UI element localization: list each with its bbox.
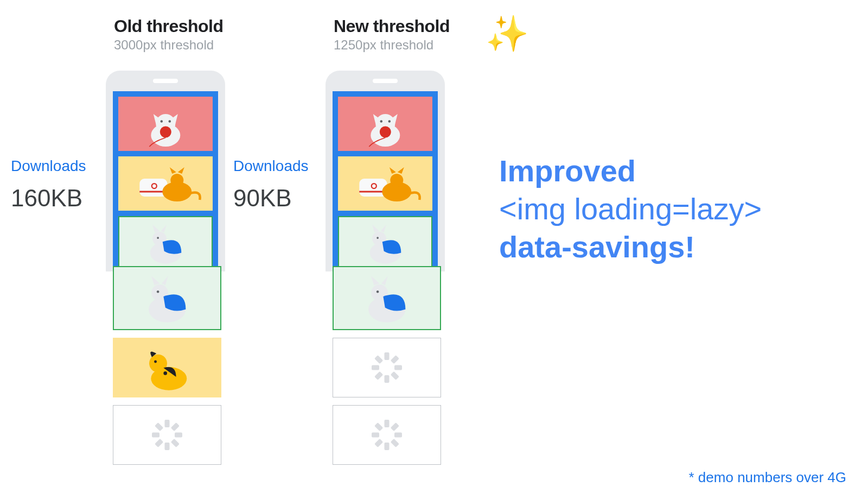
cat-cape-image xyxy=(118,216,213,270)
new-threshold-title: New threshold xyxy=(334,16,450,36)
svg-point-15 xyxy=(388,120,391,123)
old-phone xyxy=(106,71,225,271)
old-phone-screen xyxy=(113,91,218,271)
phone-speaker-icon xyxy=(373,79,398,83)
phone-speaker-icon xyxy=(153,79,178,83)
new-phone xyxy=(326,71,445,271)
old-threshold-subtitle: 3000px threshold xyxy=(114,37,224,53)
old-threshold-heading: Old threshold 3000px threshold xyxy=(114,16,224,53)
dog-image xyxy=(113,338,221,397)
svg-point-20 xyxy=(390,174,403,187)
old-threshold-title: Old threshold xyxy=(114,16,224,36)
new-below-fold xyxy=(333,266,441,472)
new-threshold-subtitle: 1250px threshold xyxy=(334,37,450,53)
new-downloads-label: Downloads xyxy=(233,157,309,175)
cat-yarn-image xyxy=(338,97,432,151)
loading-placeholder xyxy=(333,338,441,397)
headline-line1: Improved xyxy=(499,152,852,190)
cat-shoe-image xyxy=(338,156,432,211)
svg-point-8 xyxy=(170,174,183,187)
svg-point-14 xyxy=(380,120,382,123)
cat-cape-image xyxy=(338,216,432,270)
loading-placeholder xyxy=(333,405,441,465)
svg-point-11 xyxy=(157,237,159,239)
new-phone-screen xyxy=(333,91,438,271)
old-downloads-value: 160KB xyxy=(11,185,86,212)
sparkles-icon: ✨ xyxy=(486,16,529,51)
loading-placeholder xyxy=(113,405,221,465)
cat-yarn-image xyxy=(118,97,213,151)
old-downloads-label: Downloads xyxy=(11,157,86,175)
cat-cape-image-below xyxy=(113,266,221,330)
cat-cape-image-below xyxy=(333,266,441,330)
headline-line2: <img loading=lazy> xyxy=(499,190,852,228)
svg-point-4 xyxy=(160,127,171,138)
old-below-fold xyxy=(113,266,221,472)
old-downloads: Downloads 160KB xyxy=(11,157,86,212)
svg-point-2 xyxy=(160,120,163,123)
cat-shoe-image xyxy=(118,156,213,211)
headline-line3: data-savings! xyxy=(499,228,852,266)
svg-point-28 xyxy=(149,354,167,372)
new-downloads-value: 90KB xyxy=(233,185,309,212)
svg-point-26 xyxy=(157,290,159,293)
svg-point-29 xyxy=(163,371,167,375)
spinner-icon xyxy=(375,356,399,380)
spinner-icon xyxy=(155,423,179,447)
spinner-icon xyxy=(375,423,399,447)
headline: Improved <img loading=lazy> data-savings… xyxy=(499,152,852,266)
new-downloads: Downloads 90KB xyxy=(233,157,309,212)
svg-point-16 xyxy=(380,127,391,138)
new-threshold-heading: New threshold 1250px threshold xyxy=(334,16,450,53)
svg-point-3 xyxy=(168,120,171,123)
footnote: * demo numbers over 4G xyxy=(689,469,846,486)
svg-point-33 xyxy=(376,290,379,293)
svg-point-23 xyxy=(376,237,379,239)
svg-point-30 xyxy=(154,360,157,363)
